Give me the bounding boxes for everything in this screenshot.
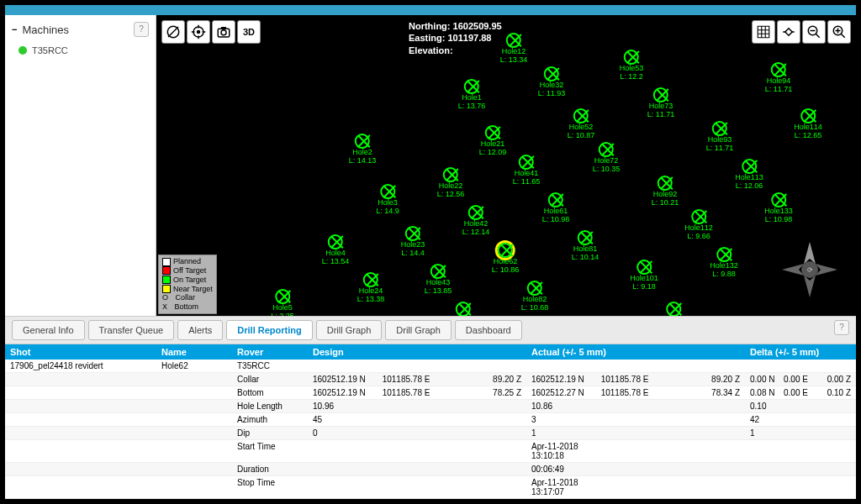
col-header-rover: Rover <box>232 344 308 360</box>
hole-marker[interactable]: Hole5L: 2.25 <box>271 289 294 316</box>
hole-marker[interactable]: Hole32L: 11.93 <box>538 66 566 98</box>
hole-marker[interactable]: Hole63L: 12.32 <box>450 302 478 316</box>
hole-marker[interactable]: Hole61L: 10.98 <box>542 192 570 224</box>
hole-marker[interactable]: Hole1L: 13.76 <box>458 79 486 111</box>
help-button[interactable]: ? <box>834 320 849 335</box>
svg-rect-11 <box>785 29 792 35</box>
hole-marker[interactable]: Hole121L: 7.71 <box>659 302 688 316</box>
hole-marker[interactable]: Hole52L: 10.87 <box>568 108 595 140</box>
target-icon[interactable] <box>187 20 210 44</box>
status-dot-icon <box>18 46 27 55</box>
hole-marker[interactable]: Hole62L: 10.86 <box>492 243 520 275</box>
col-header-shot: Shot <box>5 344 156 360</box>
map-toolbar-left: 3D <box>161 20 261 44</box>
hole-marker[interactable]: Hole101L: 9.18 <box>630 260 658 291</box>
null-circle-icon[interactable] <box>161 20 185 44</box>
drill-report-table: Shot Name Rover Design Actual (+/- 5 mm)… <box>5 344 856 499</box>
hole-marker[interactable]: Hole3L: 14.9 <box>376 184 399 216</box>
legend: Planned Off Target On Target Near Target… <box>158 255 217 314</box>
svg-line-18 <box>841 34 845 38</box>
hole-marker[interactable]: Hole82L: 10.68 <box>521 281 549 312</box>
machine-item[interactable]: T35RCC <box>12 45 149 55</box>
hole-marker[interactable]: Hole132L: 9.88 <box>710 247 738 279</box>
tab-drill-graph[interactable]: Drill Graph <box>316 320 383 340</box>
zoom-in-icon[interactable] <box>827 20 851 44</box>
title-bar <box>5 5 856 15</box>
hole-marker[interactable]: Hole93L: 11.71 <box>706 121 734 153</box>
hole-marker[interactable]: Hole114L: 12.65 <box>794 108 822 140</box>
hole-marker[interactable]: Hole133L: 10.98 <box>764 192 793 224</box>
hole-marker[interactable]: Hole23L: 14.4 <box>401 226 425 258</box>
table-row: Stop TimeApr-11-2018 13:17:07 <box>5 476 856 499</box>
svg-point-9 <box>221 30 226 35</box>
table-row: Dip011 <box>5 427 856 440</box>
hole-marker[interactable]: Hole92L: 10.21 <box>652 176 679 207</box>
shot-value: 17906_pel24418 revidert <box>5 360 156 372</box>
hole-marker[interactable]: Hole12L: 13.34 <box>500 33 528 65</box>
compass-icon[interactable]: ⟳ <box>780 240 839 299</box>
svg-marker-24 <box>816 264 837 276</box>
svg-marker-23 <box>782 264 804 276</box>
svg-rect-10 <box>221 27 226 29</box>
hole-marker[interactable]: Hole53L: 12.2 <box>620 50 644 81</box>
hole-marker[interactable]: Hole94L: 11.71 <box>765 62 793 94</box>
col-header-name: Name <box>156 344 232 360</box>
camera-icon[interactable] <box>212 20 235 44</box>
grid-icon[interactable] <box>752 20 775 44</box>
table-row: Start TimeApr-11-2018 13:10:18 <box>5 440 856 463</box>
map-toolbar-right <box>752 20 851 44</box>
hole-marker[interactable]: Hole24L: 13.38 <box>357 272 385 304</box>
coordinate-overlay: Northing: 1602509.95 Easting: 101197.88 … <box>409 20 502 56</box>
hole-marker[interactable]: Hole73L: 11.71 <box>647 87 675 119</box>
sidebar-title: Machines <box>22 24 69 36</box>
sidebar: − Machines ? T35RCC <box>5 15 156 316</box>
rover-value: T35RCC <box>232 360 308 372</box>
tab-general-info[interactable]: General Info <box>12 320 85 340</box>
svg-point-3 <box>197 30 201 34</box>
tab-alerts[interactable]: Alerts <box>177 320 223 340</box>
hole-marker[interactable]: Hole113L: 12.06 <box>735 159 763 191</box>
tab-drill-reporting[interactable]: Drill Reporting <box>226 320 312 340</box>
hole-marker[interactable]: Hole22L: 12.56 <box>437 167 465 199</box>
hole-marker[interactable]: Hole2L: 14.13 <box>349 134 377 165</box>
hole-marker[interactable]: Hole43L: 13.85 <box>425 264 452 296</box>
table-row: Collar1602512.19 N101185.78 E89.20 Z1602… <box>5 373 856 386</box>
hole-marker[interactable]: Hole21L: 12.09 <box>479 125 507 157</box>
table-row: Hole Length10.9610.860.10 <box>5 400 856 413</box>
svg-text:⟳: ⟳ <box>807 266 813 274</box>
svg-line-1 <box>168 27 178 37</box>
hole-value: Hole62 <box>156 360 232 372</box>
hole-marker[interactable]: Hole4L: 13.54 <box>322 234 350 266</box>
col-header-design: Design <box>308 344 526 360</box>
tab-drill-graph[interactable]: Drill Graph <box>385 320 452 340</box>
table-row: Azimuth45342 <box>5 413 856 427</box>
machine-name: T35RCC <box>32 45 68 55</box>
tab-dashboard[interactable]: Dashboard <box>455 320 522 340</box>
svg-marker-22 <box>804 276 816 297</box>
svg-marker-21 <box>804 242 816 264</box>
hole-marker[interactable]: Hole72L: 10.35 <box>593 142 621 174</box>
satellite-icon[interactable] <box>777 20 800 44</box>
svg-line-15 <box>816 34 820 38</box>
table-row: Bottom1602512.19 N101185.78 E78.25 Z1602… <box>5 386 856 400</box>
3d-icon[interactable]: 3D <box>237 20 261 44</box>
table-row: Duration00:06:49 <box>5 463 856 476</box>
hole-marker[interactable]: Hole42L: 12.14 <box>462 205 490 237</box>
help-button[interactable]: ? <box>134 22 149 37</box>
map-canvas[interactable]: 3D Northing: 1602509.95 Easting: 101197.… <box>156 15 856 316</box>
col-header-delta: Delta (+/- 5 mm) <box>745 344 856 360</box>
hole-marker[interactable]: Hole112L: 9.66 <box>684 209 713 241</box>
tab-transfer-queue[interactable]: Transfer Queue <box>88 320 175 340</box>
hole-marker[interactable]: Hole81L: 10.14 <box>572 230 600 262</box>
col-header-actual: Actual (+/- 5 mm) <box>526 344 745 360</box>
zoom-out-icon[interactable] <box>802 20 826 44</box>
tab-strip: General InfoTransfer QueueAlertsDrill Re… <box>5 316 856 344</box>
hole-marker[interactable]: Hole41L: 11.65 <box>513 155 541 186</box>
collapse-toggle[interactable]: − <box>12 24 17 34</box>
